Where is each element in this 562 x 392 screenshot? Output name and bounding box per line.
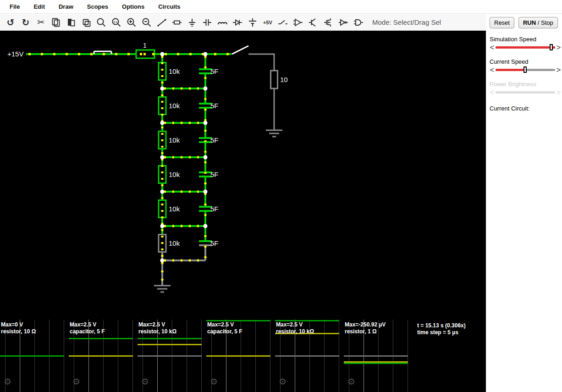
- open-switch[interactable]: [232, 46, 248, 54]
- run-stop-button[interactable]: RUN / Stop: [518, 17, 558, 28]
- scope-max: Max=-250.92 µV: [345, 321, 386, 328]
- inductor-icon[interactable]: [216, 17, 228, 28]
- scope-trace: [344, 355, 408, 357]
- slider-thumb[interactable]: [523, 66, 527, 73]
- scope-max: Max=2.5 V: [276, 321, 314, 328]
- ladder-wires-discharged[interactable]: [162, 245, 205, 286]
- scope-max: Max=2.5 V: [70, 321, 105, 328]
- slider-right-arrow-icon: [556, 88, 561, 96]
- ladder-row[interactable]: 10k 5F: [159, 63, 219, 80]
- capacitor-icon[interactable]: [201, 17, 213, 28]
- resistor-10k[interactable]: [159, 63, 166, 80]
- ladder-row[interactable]: 10k 5F: [159, 132, 219, 149]
- resistor-label: 10k: [169, 67, 180, 75]
- capacitor-label: 5F: [210, 67, 219, 75]
- scope-component: resistor, 1 Ω: [345, 328, 386, 335]
- zoom-100-icon[interactable]: 1:1: [110, 17, 122, 28]
- slider-right-arrow-icon[interactable]: [556, 44, 561, 51]
- control-sidebar: Reset RUN / Stop Simulation Speed Curren…: [486, 14, 562, 392]
- slider-thumb[interactable]: [550, 44, 553, 50]
- ground-right-icon: [266, 130, 282, 137]
- ladder-row[interactable]: 10k 5F: [159, 166, 219, 183]
- menu-circuits[interactable]: Circuits: [151, 3, 187, 10]
- zoom-out-icon[interactable]: [141, 17, 153, 28]
- toolbar: ↺ ↻ ✂ 1:1 +5V Mode: Select/Drag S: [0, 14, 486, 31]
- slider-left-arrow-icon[interactable]: [490, 66, 495, 74]
- menu-bar: File Edit Draw Scopes Options Circuits: [0, 0, 562, 14]
- resistor-10k[interactable]: [159, 200, 166, 218]
- scope-component: capacitor, 5 F: [207, 328, 242, 335]
- scope-trace: [344, 363, 408, 364]
- cut-icon[interactable]: ✂: [35, 17, 47, 28]
- scope-panel-4[interactable]: Max=2.5 Vcapacitor, 5 F: [206, 320, 274, 392]
- scope-settings-gear-icon[interactable]: [279, 376, 287, 386]
- scope-panel-2[interactable]: Max=2.5 Vcapacitor, 5 F: [69, 320, 137, 392]
- slider-left-arrow-icon: [490, 88, 495, 96]
- menu-file[interactable]: File: [3, 3, 27, 10]
- circuit-drawing[interactable]: +15V 1 10: [0, 31, 486, 320]
- scope-trace: [206, 355, 270, 357]
- scope-strip: Max=0 Vresistor, 10 Ω Max=2.5 Vcapacitor…: [0, 320, 486, 392]
- scope-trace: [138, 344, 202, 345]
- ground-icon[interactable]: [186, 17, 198, 28]
- ladder-row[interactable]: 10k 5F: [159, 97, 219, 115]
- scope-component: resistor, 10 Ω: [1, 328, 36, 335]
- menu-draw[interactable]: Draw: [52, 3, 80, 10]
- zoom-in-icon[interactable]: [126, 17, 138, 28]
- scope-settings-gear-icon[interactable]: [347, 376, 355, 386]
- mosfet-icon[interactable]: [322, 17, 334, 28]
- ladder-row[interactable]: 10k 5F: [159, 235, 219, 252]
- simulation-speed-label: Simulation Speed: [490, 36, 562, 43]
- voltage-source-icon[interactable]: [247, 17, 259, 28]
- wire-icon[interactable]: [156, 17, 168, 28]
- undo-icon[interactable]: ↺: [5, 17, 17, 28]
- scope-panel-6[interactable]: Max=-250.92 µVresistor, 1 Ω: [344, 320, 412, 392]
- slider-left-arrow-icon[interactable]: [490, 44, 495, 51]
- reset-button[interactable]: Reset: [490, 17, 514, 28]
- scope-settings-gear-icon[interactable]: [210, 376, 218, 386]
- load-resistor[interactable]: [271, 71, 278, 88]
- ladder-wires[interactable]: [162, 54, 205, 241]
- and-gate-icon[interactable]: [353, 17, 364, 28]
- plus-5v-icon[interactable]: +5V: [262, 17, 274, 28]
- simulation-speed-slider[interactable]: [490, 44, 561, 51]
- resistor-icon[interactable]: [171, 17, 183, 28]
- scope-trace: [275, 355, 339, 357]
- copy-icon[interactable]: [50, 17, 62, 28]
- ladder-row[interactable]: 10k 5F: [159, 200, 219, 218]
- time-step-value: time step = 5 µs: [417, 329, 466, 336]
- menu-options[interactable]: Options: [115, 3, 151, 10]
- switch-icon[interactable]: [277, 17, 289, 28]
- scope-settings-gear-icon[interactable]: [141, 376, 149, 386]
- series-resistor[interactable]: 1: [136, 42, 154, 58]
- scope-component: resistor, 10 kΩ: [138, 328, 176, 335]
- scope-panel-5[interactable]: Max=2.5 Vresistor, 10 kΩ: [275, 320, 343, 392]
- scope-panel-3[interactable]: Max=2.5 Vresistor, 10 kΩ: [138, 320, 205, 392]
- ground-left-icon[interactable]: [154, 286, 171, 292]
- scope-settings-gear-icon[interactable]: [4, 376, 11, 386]
- op-amp-icon[interactable]: [292, 17, 304, 28]
- resistor-10k[interactable]: [159, 97, 166, 115]
- load-branch[interactable]: [248, 54, 282, 137]
- capacitor-label: 5F: [210, 136, 219, 144]
- resistor-10k[interactable]: [159, 166, 166, 183]
- menu-edit[interactable]: Edit: [27, 3, 52, 10]
- slider-right-arrow-icon[interactable]: [556, 66, 561, 74]
- current-speed-slider[interactable]: [490, 66, 561, 73]
- capacitor-label: 5F: [210, 171, 219, 178]
- inverter-icon[interactable]: [337, 17, 349, 28]
- power-brightness-label: Power Brightness: [490, 81, 562, 88]
- redo-icon[interactable]: ↻: [20, 17, 32, 28]
- scope-panel-1[interactable]: Max=0 Vresistor, 10 Ω: [0, 320, 68, 392]
- paste-icon[interactable]: [65, 17, 77, 28]
- capacitor-label: 5F: [210, 205, 219, 213]
- menu-scopes[interactable]: Scopes: [80, 3, 115, 10]
- scope-settings-gear-icon[interactable]: [72, 376, 80, 386]
- scope-max: Max=0 V: [1, 321, 36, 328]
- circuit-canvas[interactable]: +15V 1 10: [0, 31, 486, 392]
- duplicate-icon[interactable]: [80, 17, 92, 28]
- transistor-icon[interactable]: [307, 17, 319, 28]
- zoom-icon[interactable]: [95, 17, 107, 28]
- diode-icon[interactable]: [231, 17, 243, 28]
- resistor-label: 10k: [169, 136, 180, 144]
